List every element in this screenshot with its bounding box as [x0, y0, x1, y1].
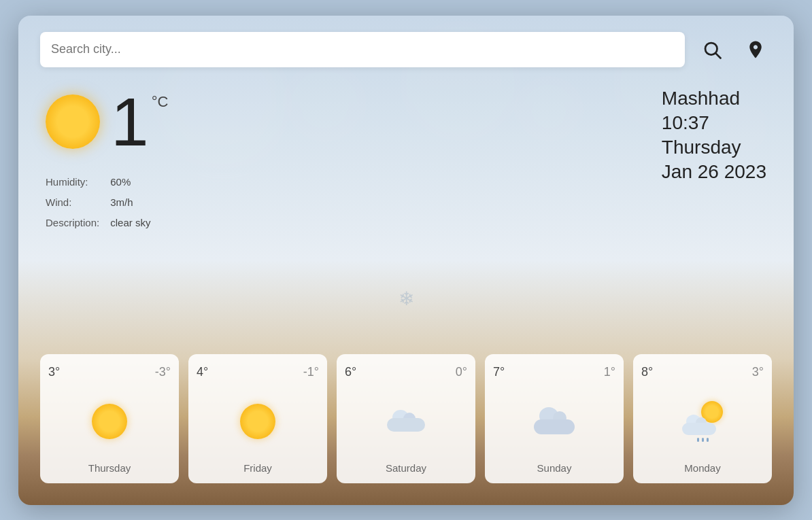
- forecast-day: Friday: [243, 462, 272, 474]
- app-container: mashhad 1: [18, 16, 794, 505]
- forecast-temps: 3° -3°: [48, 365, 171, 379]
- cloud-icon: [387, 411, 425, 432]
- description-value: clear sky: [110, 213, 150, 233]
- current-time: 10:37: [662, 112, 766, 134]
- wind-value: 3m/h: [110, 192, 150, 213]
- svg-line-1: [716, 53, 721, 58]
- humidity-value: 60%: [110, 172, 150, 192]
- description-label: Description:: [46, 213, 110, 233]
- search-button[interactable]: [696, 33, 728, 66]
- current-weather: 1 °C Humidity: 60% Wind: 3m/h: [46, 88, 168, 233]
- humidity-label: Humidity:: [46, 172, 110, 192]
- forecast-card: 3° -3° Thursday: [40, 354, 179, 483]
- forecast-icon-area: [641, 387, 764, 455]
- forecast-temps: 6° 0°: [345, 365, 467, 379]
- weather-main: 1 °C Humidity: 60% Wind: 3m/h: [40, 88, 772, 354]
- forecast-high: 8°: [641, 365, 653, 379]
- location-info: Mashhad 10:37 Thursday Jan 26 2023: [662, 88, 766, 183]
- forecast-card: 6° 0° Saturday: [337, 354, 475, 483]
- forecast-day: Thursday: [88, 462, 131, 474]
- forecast-day: Sunday: [537, 462, 572, 474]
- forecast-low: -1°: [303, 365, 319, 379]
- forecast-day: Monday: [684, 462, 720, 474]
- forecast-high: 3°: [48, 365, 60, 379]
- forecast-card: 7° 1° Sunday: [485, 354, 624, 483]
- forecast-temps: 8° 3°: [641, 365, 764, 379]
- sun-icon: [92, 404, 127, 439]
- forecast-high: 4°: [197, 365, 208, 379]
- forecast-high: 6°: [345, 365, 356, 379]
- forecast-high: 7°: [493, 365, 505, 379]
- forecast-low: 3°: [752, 365, 764, 379]
- forecast-icon-area: [197, 387, 319, 455]
- partly-cloudy-rain-icon: [682, 401, 723, 442]
- current-weather-icon: [46, 94, 100, 149]
- forecast-card: 4° -1° Friday: [188, 354, 327, 483]
- forecast-low: 1°: [604, 365, 615, 379]
- forecast-low: -3°: [155, 365, 171, 379]
- current-temp: 1: [111, 88, 149, 156]
- overcast-icon: [534, 409, 575, 434]
- forecast-icon-area: [345, 387, 467, 455]
- wind-label: Wind:: [46, 192, 110, 213]
- city-name: Mashhad: [662, 88, 766, 109]
- sun-icon: [240, 404, 275, 439]
- forecast-temps: 4° -1°: [197, 365, 319, 379]
- forecast-temps: 7° 1°: [493, 365, 615, 379]
- temp-unit: °C: [152, 93, 169, 111]
- weather-details: Humidity: 60% Wind: 3m/h Description: cl…: [46, 172, 168, 233]
- search-input[interactable]: mashhad: [51, 42, 674, 56]
- location-button[interactable]: [739, 33, 772, 66]
- forecast-day: Saturday: [386, 462, 426, 474]
- forecast-low: 0°: [456, 365, 467, 379]
- forecast-icon-area: [493, 387, 615, 455]
- search-input-wrapper[interactable]: mashhad: [40, 32, 685, 67]
- search-bar: mashhad: [40, 32, 772, 67]
- current-date: Jan 26 2023: [662, 161, 766, 183]
- forecast-icon-area: [48, 387, 171, 455]
- current-day: Thursday: [662, 137, 766, 158]
- temp-row: 1 °C: [46, 88, 168, 156]
- main-content: mashhad 1: [18, 16, 794, 505]
- forecast-card: 8° 3° Mo: [633, 354, 772, 483]
- forecast-section: 3° -3° Thursday 4° -1° Friday 6° 0°: [40, 354, 772, 489]
